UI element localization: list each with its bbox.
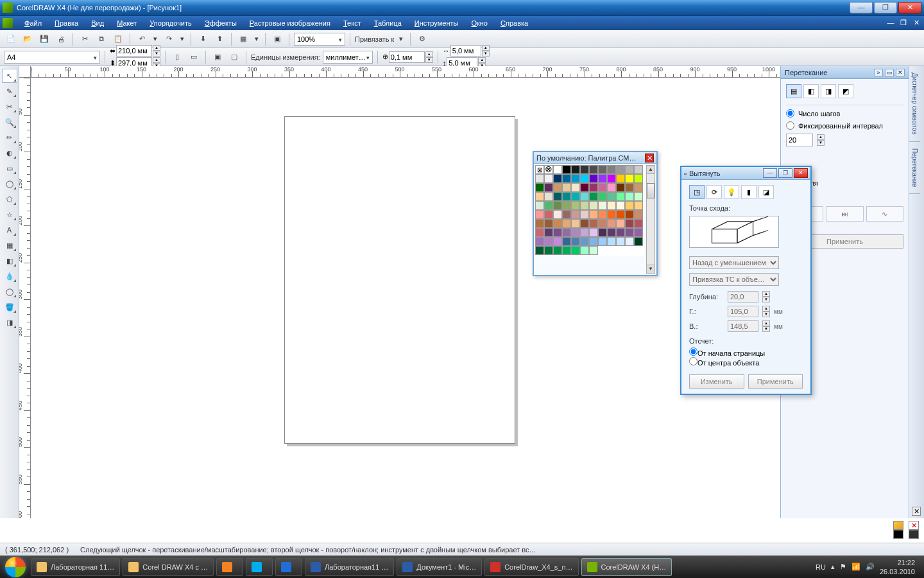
tool-freehand[interactable]: ✏ [2, 130, 17, 144]
cut-button[interactable]: ✂ [78, 32, 92, 46]
color-swatch[interactable] [634, 192, 643, 201]
extrude-tab-light[interactable]: 💡 [724, 185, 739, 199]
redo-button[interactable]: ↷ [162, 32, 176, 46]
color-swatch[interactable] [607, 183, 616, 192]
nudge-input[interactable] [389, 51, 425, 63]
color-swatch[interactable] [544, 219, 553, 228]
color-swatch[interactable] [580, 183, 589, 192]
color-swatch[interactable] [571, 174, 580, 183]
color-swatch[interactable] [562, 183, 571, 192]
blend-tab-steps[interactable]: ▤ [786, 84, 801, 98]
taskbar-item[interactable]: CorelDraw_X4_s_n… [484, 558, 578, 576]
vertical-ruler[interactable]: 0501001502002503003504004505005506006507… [19, 78, 31, 518]
duplicate-x-input[interactable] [450, 45, 481, 57]
blend-fixed-radio[interactable] [786, 121, 794, 130]
color-swatch[interactable] [598, 183, 607, 192]
color-swatch[interactable] [616, 174, 625, 183]
palette-scrollbar[interactable]: ▲▼ [646, 165, 655, 274]
menu-Файл[interactable]: Файл [18, 17, 48, 29]
tool-pick[interactable]: ↖ [2, 69, 17, 83]
current-page-button[interactable]: ▢ [227, 50, 241, 64]
color-swatch[interactable] [571, 201, 580, 210]
taskbar-item[interactable]: Лабораторная 11… [31, 558, 120, 576]
tool-table[interactable]: ▦ [2, 238, 17, 252]
tool-shape[interactable]: ✎ [2, 84, 17, 98]
color-swatch[interactable] [562, 174, 571, 183]
color-swatch[interactable] [589, 228, 598, 237]
app-launcher-dropdown[interactable]: ▾ [253, 32, 261, 46]
outline-swatch[interactable] [893, 530, 903, 539]
color-swatch[interactable] [553, 210, 562, 219]
options-button[interactable]: ⚙ [415, 32, 429, 46]
color-swatch[interactable] [598, 165, 607, 174]
color-swatch[interactable] [634, 237, 643, 246]
color-swatch[interactable] [616, 210, 625, 219]
landscape-button[interactable]: ▭ [187, 50, 201, 64]
color-swatch[interactable] [553, 219, 562, 228]
zoom-combo[interactable]: 100% [294, 33, 345, 46]
color-swatch[interactable] [553, 174, 562, 183]
units-combo[interactable]: миллимет… [323, 51, 373, 64]
tool-fill[interactable]: 🪣 [2, 300, 17, 314]
doc-restore-button[interactable]: ❐ [898, 19, 909, 28]
swatch-none[interactable]: ⊠ [535, 165, 544, 174]
color-swatch[interactable] [553, 237, 562, 246]
ruler-origin[interactable] [19, 66, 31, 78]
color-swatch[interactable] [562, 228, 571, 237]
dock-close-button[interactable]: ✕ [912, 507, 921, 516]
color-swatch[interactable] [607, 210, 616, 219]
color-swatch[interactable] [625, 201, 634, 210]
menu-Упорядочить[interactable]: Упорядочить [143, 17, 198, 29]
dock-tab-symbols[interactable]: Диспетчер символов [909, 66, 920, 142]
portrait-button[interactable]: ▯ [170, 50, 184, 64]
tool-interactive-fill[interactable]: ◨ [2, 315, 17, 329]
open-button[interactable]: 📂 [21, 32, 35, 46]
taskbar-item[interactable]: Документ1 - Mic… [397, 558, 482, 576]
docker-menu-button[interactable]: ▭ [885, 69, 894, 76]
color-swatch[interactable] [625, 219, 634, 228]
menu-Макет[interactable]: Макет [110, 17, 143, 29]
color-swatch[interactable] [544, 228, 553, 237]
tool-zoom[interactable]: 🔍 [2, 115, 17, 129]
taskbar-item[interactable] [216, 558, 243, 576]
maximize-button[interactable]: ❐ [874, 2, 897, 13]
color-swatch[interactable] [625, 165, 634, 174]
tray-network-icon[interactable]: 📶 [851, 563, 860, 571]
page-width-input[interactable] [116, 45, 152, 57]
menu-Растровые изображения[interactable]: Растровые изображения [243, 17, 337, 29]
menu-Вид[interactable]: Вид [85, 17, 110, 29]
doc-close-button[interactable]: ✕ [911, 19, 921, 28]
color-swatch[interactable] [571, 192, 580, 201]
extrude-docker[interactable]: ▫ Вытянуть — ❐ ✕ ◳ ⟳ 💡 ▮ ◪ Точка схода: … [680, 166, 812, 395]
color-swatch[interactable] [589, 174, 598, 183]
docker-close-button[interactable]: ✕ [896, 69, 905, 76]
extrude-origin-page-radio[interactable] [689, 347, 697, 356]
color-swatch[interactable] [616, 192, 625, 201]
close-button[interactable]: ✕ [898, 2, 921, 13]
no-fill-swatch[interactable]: ✕ [909, 521, 919, 530]
tool-ellipse[interactable]: ◯ [2, 177, 17, 191]
color-palette-window[interactable]: По умолчанию: Палитра СМ… ✕ ⊠⊗ ▲▼ [533, 151, 658, 276]
color-swatch[interactable] [616, 237, 625, 246]
paper-size-combo[interactable]: A4 [4, 51, 100, 64]
color-swatch[interactable] [607, 237, 616, 246]
snap-dropdown[interactable]: ▾ [397, 32, 406, 46]
palette-close-button[interactable]: ✕ [645, 153, 654, 162]
extrude-v-input[interactable] [728, 320, 758, 332]
color-swatch[interactable] [625, 192, 634, 201]
copy-button[interactable]: ⧉ [94, 32, 108, 46]
start-button[interactable] [3, 557, 28, 577]
color-swatch[interactable] [616, 228, 625, 237]
app-menu-icon[interactable] [3, 18, 13, 28]
tool-outline[interactable]: ◯ [2, 285, 17, 299]
extrude-maximize-button[interactable]: ❐ [778, 168, 792, 178]
color-swatch[interactable] [553, 246, 562, 255]
blend-steps-input[interactable] [786, 134, 813, 146]
print-button[interactable]: 🖨 [54, 32, 68, 46]
tray-flag-icon[interactable]: ⚑ [840, 563, 846, 571]
save-button[interactable]: 💾 [37, 32, 51, 46]
color-swatch[interactable] [562, 237, 571, 246]
tool-polygon[interactable]: ⬠ [2, 192, 17, 206]
color-swatch[interactable] [562, 192, 571, 201]
swatch-nofill[interactable]: ⊗ [544, 165, 553, 174]
